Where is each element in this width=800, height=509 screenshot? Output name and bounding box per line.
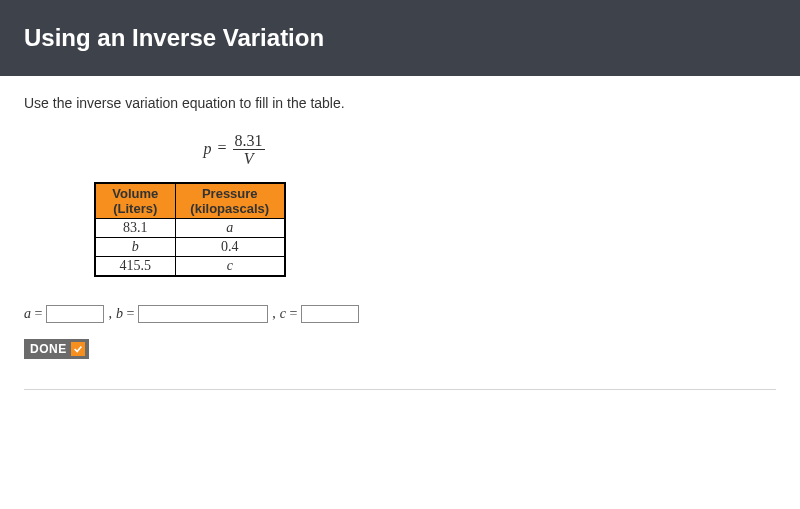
table-header-row: Volume (Liters) Pressure (kilopascals) <box>95 183 285 219</box>
separator: , <box>272 306 276 322</box>
equation-fraction: 8.31 V <box>233 132 265 168</box>
equation: p = 8.31 V <box>94 132 374 168</box>
cell-volume: 415.5 <box>95 256 175 276</box>
cell-pressure: a <box>175 218 285 237</box>
table-row: 415.5 c <box>95 256 285 276</box>
table-row: 83.1 a <box>95 218 285 237</box>
content-area: Use the inverse variation equation to fi… <box>0 76 800 408</box>
checkmark-icon <box>71 342 85 356</box>
input-c[interactable] <box>301 305 359 323</box>
equation-lhs: p <box>203 139 211 156</box>
answer-row: a = , b = , c = <box>24 305 776 323</box>
label-a: a = <box>24 306 42 322</box>
label-c: c = <box>280 306 298 322</box>
cell-pressure: 0.4 <box>175 237 285 256</box>
cell-pressure: c <box>175 256 285 276</box>
done-button[interactable]: DONE <box>24 339 89 359</box>
column-header-volume: Volume (Liters) <box>95 183 175 219</box>
separator: , <box>108 306 112 322</box>
cell-volume: b <box>95 237 175 256</box>
equation-numerator: 8.31 <box>233 132 265 151</box>
equation-denominator: V <box>233 150 265 168</box>
instruction-text: Use the inverse variation equation to fi… <box>24 94 776 114</box>
data-table: Volume (Liters) Pressure (kilopascals) 8… <box>94 182 286 277</box>
footer-divider <box>24 389 776 390</box>
input-b[interactable] <box>138 305 268 323</box>
page-title: Using an Inverse Variation <box>24 24 324 51</box>
column-header-pressure: Pressure (kilopascals) <box>175 183 285 219</box>
page-header: Using an Inverse Variation <box>0 0 800 76</box>
equation-equals: = <box>217 139 226 156</box>
input-a[interactable] <box>46 305 104 323</box>
table-row: b 0.4 <box>95 237 285 256</box>
cell-volume: 83.1 <box>95 218 175 237</box>
done-button-label: DONE <box>30 342 67 356</box>
label-b: b = <box>116 306 134 322</box>
